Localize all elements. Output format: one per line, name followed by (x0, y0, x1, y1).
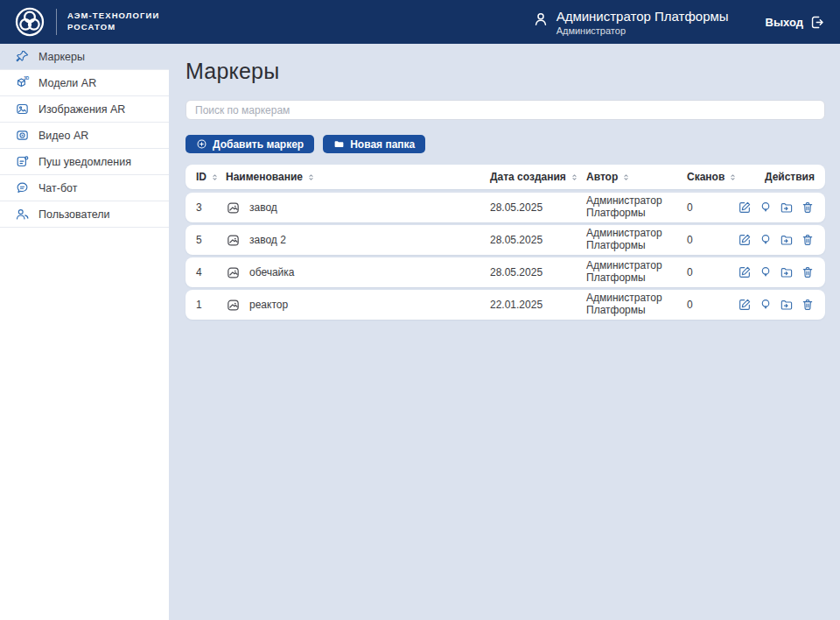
table-header: ID Наименование Дата создания Автор Скан… (186, 165, 825, 189)
sidebar-item-label: Видео AR (38, 130, 88, 142)
cell-id: 3 (196, 201, 226, 214)
sidebar-item-label: Пуш уведомления (38, 156, 131, 168)
sidebar-item-users[interactable]: Пользователи (0, 201, 169, 228)
sidebar-item-label: Изображения AR (38, 103, 125, 116)
folder-in-icon (780, 298, 794, 312)
marker-image-icon (226, 265, 241, 280)
balloon-icon (759, 298, 773, 312)
cell-author: Администратор Платформы (586, 292, 687, 317)
video-ar-icon (15, 128, 30, 143)
sidebar-item-models-ar[interactable]: Модели AR (0, 70, 169, 96)
cell-id: 5 (196, 234, 226, 246)
table-row[interactable]: 5 завод 2 28.05.2025 Администратор Платф… (186, 225, 825, 255)
table-row[interactable]: 3 завод 28.05.2025 Администратор Платфор… (186, 193, 825, 222)
delete-action-button[interactable] (801, 298, 815, 312)
cell-name: реактор (249, 299, 288, 311)
cell-scans: 0 (687, 234, 738, 246)
sort-icon (570, 173, 579, 182)
sidebar-item-images-ar[interactable]: Изображения AR (0, 96, 169, 123)
table-row[interactable]: 4 обечайка 28.05.2025 Администратор Плат… (186, 257, 825, 287)
logout-label: Выход (766, 16, 803, 29)
table-row[interactable]: 1 реактор 22.01.2025 Администратор Платф… (186, 290, 825, 320)
delete-action-button[interactable] (801, 265, 815, 279)
search-input[interactable] (186, 100, 825, 120)
logout-icon (809, 14, 826, 31)
edit-icon (738, 298, 752, 312)
folder-in-icon (780, 201, 794, 215)
balloon-action-button[interactable] (759, 233, 773, 247)
column-header-name[interactable]: Наименование (226, 171, 490, 183)
column-header-scans[interactable]: Сканов (687, 171, 738, 183)
user-name: Администратор Платформы (556, 9, 729, 24)
move-to-folder-action-button[interactable] (780, 201, 794, 215)
sort-icon (621, 173, 631, 182)
markers-table: ID Наименование Дата создания Автор Скан… (186, 165, 825, 320)
folder-in-icon (780, 233, 794, 247)
edit-icon (738, 233, 752, 247)
new-folder-button[interactable]: Новая папка (323, 135, 425, 153)
sidebar-item-push-notifications[interactable]: Пуш уведомления (0, 149, 169, 175)
app-header: АЭМ-ТЕХНОЛОГИИРОСАТОМ Администратор Плат… (0, 0, 840, 44)
move-to-folder-action-button[interactable] (780, 265, 794, 279)
cell-author: Администратор Платформы (586, 228, 687, 252)
sidebar-item-label: Пользователи (38, 208, 110, 221)
chat-bot-icon (15, 180, 30, 195)
cell-scans: 0 (687, 201, 738, 214)
sort-icon (210, 173, 220, 182)
push-notification-icon (15, 154, 30, 169)
sidebar-item-label: Чат-бот (38, 182, 77, 194)
brand-divider (56, 9, 57, 35)
user-icon (532, 11, 550, 28)
edit-action-button[interactable] (738, 201, 752, 215)
edit-action-button[interactable] (738, 265, 752, 279)
cell-created: 28.05.2025 (490, 266, 586, 278)
add-marker-button[interactable]: Добавить маркер (186, 135, 314, 153)
edit-icon (738, 265, 752, 279)
balloon-action-button[interactable] (759, 201, 773, 215)
user-menu[interactable]: Администратор Платформы Администратор (532, 9, 729, 36)
edit-action-button[interactable] (738, 298, 752, 312)
move-to-folder-action-button[interactable] (780, 298, 794, 312)
sidebar-item-chat-bot[interactable]: Чат-бот (0, 175, 169, 201)
cell-author: Администратор Платформы (586, 195, 687, 220)
logout-button[interactable]: Выход (766, 14, 826, 31)
sort-icon (306, 173, 316, 182)
trash-icon (801, 265, 815, 279)
cell-author: Администратор Платформы (586, 260, 687, 285)
marker-image-icon (226, 298, 241, 313)
rosatom-logo-icon (14, 6, 46, 38)
balloon-icon (759, 201, 773, 215)
marker-image-icon (226, 201, 241, 215)
balloon-action-button[interactable] (759, 265, 773, 279)
plus-circle-icon (196, 138, 207, 150)
image-ar-icon (15, 102, 30, 116)
cell-id: 4 (196, 266, 226, 278)
edit-action-button[interactable] (738, 233, 752, 247)
trash-icon (801, 233, 815, 247)
brand-text: АЭМ-ТЕХНОЛОГИИРОСАТОМ (67, 11, 159, 33)
cell-scans: 0 (687, 266, 738, 278)
balloon-action-button[interactable] (759, 298, 773, 312)
marker-pin-icon (15, 49, 30, 64)
brand-line2: РОСАТОМ (67, 22, 116, 32)
user-role: Администратор (556, 25, 729, 36)
trash-icon (801, 201, 815, 215)
move-to-folder-action-button[interactable] (780, 233, 794, 247)
new-folder-label: Новая папка (350, 138, 415, 151)
page-title: Маркеры (186, 59, 825, 84)
column-header-created[interactable]: Дата создания (490, 171, 586, 183)
cell-name: завод 2 (249, 234, 286, 246)
sidebar-item-label: Модели AR (38, 77, 96, 89)
main-content: Маркеры Добавить маркер Новая папка ID Н… (169, 44, 840, 620)
cell-scans: 0 (687, 299, 738, 311)
column-header-author[interactable]: Автор (586, 171, 687, 183)
add-marker-label: Добавить маркер (213, 138, 304, 151)
sidebar-item-markers[interactable]: Маркеры (0, 44, 169, 70)
folder-icon (333, 138, 345, 150)
column-header-id[interactable]: ID (196, 171, 226, 183)
folder-in-icon (780, 265, 794, 279)
sidebar-item-video-ar[interactable]: Видео AR (0, 123, 169, 149)
delete-action-button[interactable] (801, 201, 815, 215)
delete-action-button[interactable] (801, 233, 815, 247)
cell-name: обечайка (249, 266, 295, 278)
